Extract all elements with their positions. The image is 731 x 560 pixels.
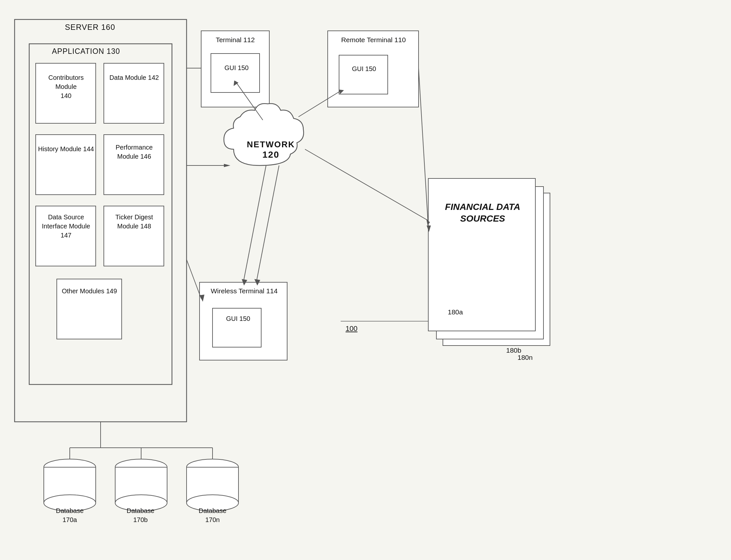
performance-module-label: Performance Module 146 [104, 143, 164, 161]
gui-150-terminal-label: GUI 150 [213, 63, 261, 72]
network-number: 120 [262, 150, 280, 160]
financial-180n-text: 180n [518, 354, 533, 361]
financial-180b-label: 180b [506, 347, 521, 354]
terminal-112-text: Terminal 112 [216, 36, 255, 43]
financial-180a-label: 180a [448, 308, 463, 316]
wireless-terminal-label: Wireless Terminal 114 [201, 286, 287, 296]
contributors-module-text: Contributors Module 140 [48, 74, 84, 99]
ticker-digest-module-label: Ticker Digest Module 148 [104, 213, 164, 231]
gui-150-wireless-text: GUI 150 [226, 315, 250, 322]
remote-terminal-label: Remote Terminal 110 [328, 35, 419, 44]
wireless-terminal-text: Wireless Terminal 114 [211, 287, 277, 295]
financial-180b-text: 180b [506, 347, 521, 354]
svg-line-47 [243, 165, 266, 282]
svg-rect-3 [104, 63, 164, 123]
db-170a-text: Database 170a [56, 507, 84, 523]
diagram-svg [0, 0, 731, 560]
db-170a-label: Database 170a [49, 506, 91, 524]
db-170b-text: Database 170b [127, 507, 154, 523]
gui-150-remote-text: GUI 150 [352, 65, 376, 72]
network-text: NETWORK [247, 140, 295, 149]
svg-marker-40 [224, 164, 230, 167]
svg-line-53 [305, 149, 428, 221]
data-source-module-label: Data Source Interface Module 147 [36, 213, 96, 240]
gui-150-wireless-label: GUI 150 [214, 314, 262, 323]
data-module-label: Data Module 142 [104, 73, 164, 82]
financial-data-sources-text: FINANCIAL DATA SOURCES [445, 202, 520, 224]
performance-module-text: Performance Module 146 [116, 144, 153, 160]
server-label: SERVER 160 [65, 23, 115, 32]
svg-line-49 [256, 165, 279, 282]
gui-150-remote-label: GUI 150 [340, 64, 388, 73]
svg-line-51 [419, 68, 428, 227]
terminal-112-label: Terminal 112 [208, 35, 263, 44]
reference-100-label: 100 [346, 324, 358, 333]
data-source-module-text: Data Source Interface Module 147 [42, 213, 90, 239]
svg-rect-4 [36, 135, 96, 195]
db-170b-label: Database 170b [119, 506, 162, 524]
ticker-digest-module-text: Ticker Digest Module 148 [116, 213, 153, 230]
application-label: APPLICATION 130 [52, 47, 120, 56]
db-170n-label: Database 170n [191, 506, 234, 524]
contributors-module-label: Contributors Module 140 [36, 73, 96, 100]
network-label: NETWORK 120 [234, 140, 308, 160]
history-module-text: History Module 144 [38, 145, 94, 152]
other-modules-text: Other Modules 149 [62, 287, 117, 295]
reference-100-text: 100 [346, 324, 358, 333]
financial-data-sources-label: FINANCIAL DATA SOURCES [432, 201, 534, 225]
db-170n-text: Database 170n [199, 507, 226, 523]
financial-180n-label: 180n [518, 354, 533, 361]
other-modules-label: Other Modules 149 [57, 286, 121, 296]
svg-line-41 [187, 260, 201, 298]
gui-150-terminal-text: GUI 150 [225, 64, 249, 71]
svg-rect-12 [339, 55, 388, 94]
financial-180a-text: 180a [448, 308, 463, 316]
diagram-container: SERVER 160 APPLICATION 130 Contributors … [0, 0, 731, 560]
remote-terminal-text: Remote Terminal 110 [341, 36, 406, 43]
data-module-text: Data Module 142 [109, 74, 159, 81]
history-module-label: History Module 144 [36, 144, 96, 153]
svg-rect-10 [211, 54, 260, 92]
